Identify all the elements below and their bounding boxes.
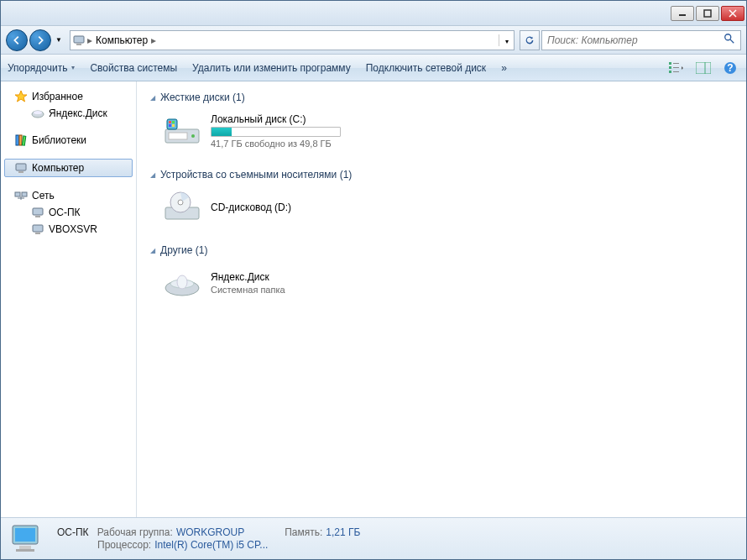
svg-rect-40 [172,124,175,127]
sidebar-item-label: VBOXSVR [49,223,97,235]
status-memory-value: 1,21 ГБ [326,526,360,538]
breadcrumb[interactable]: Компьютер ▸ [92,34,499,46]
sidebar-item-libraries[interactable]: Библиотеки [1,132,136,149]
details-pane: ОС-ПК Рабочая группа: WORKGROUP Память: … [1,517,746,559]
map-network-drive-button[interactable]: Подключить сетевой диск [366,62,486,74]
svg-rect-1 [704,10,711,17]
svg-rect-38 [172,121,175,123]
minimize-button[interactable] [671,6,694,21]
sidebar-item-network[interactable]: Сеть [1,187,136,204]
favorites-icon [14,90,28,103]
computer-icon [71,34,87,47]
search-box[interactable] [541,30,741,50]
svg-rect-23 [16,164,26,170]
sidebar-item-label: Сеть [32,190,55,201]
sidebar-item-label: Библиотеки [32,134,86,146]
cd-drive-icon [162,191,202,224]
svg-rect-11 [673,67,679,68]
forward-button[interactable] [29,29,51,51]
preview-pane-button[interactable] [694,59,713,77]
svg-rect-21 [19,135,22,145]
svg-rect-13 [673,71,679,72]
toolbar: Упорядочить Свойства системы Удалить или… [1,55,746,81]
chevron-right-icon: ▸ [151,34,156,46]
network-computer-icon [31,206,44,219]
uninstall-program-button[interactable]: Удалить или изменить программу [192,62,351,74]
explorer-body: Избранное Яндекс.Диск Библиотеки Компьют… [1,81,746,517]
drive-item-yandex-disk[interactable]: Яндекс.Диск Системная папка [159,263,733,303]
navbar: ▼ ▸ Компьютер ▸ ▾ [1,26,746,55]
svg-line-7 [730,39,734,43]
svg-rect-24 [18,171,24,173]
yandex-disk-icon [31,107,44,120]
drive-item-cd-d[interactable]: CD-дисковод (D:) [159,187,733,228]
nav-history-dropdown[interactable]: ▼ [53,32,65,49]
status-workgroup-value: WORKGROUP [176,526,244,538]
sidebar-item-computer[interactable]: Компьютер [4,159,133,177]
address-dropdown[interactable]: ▾ [499,34,514,46]
content-area: Жесткие диски (1) Локальный диск (C:) 41… [137,81,746,517]
svg-rect-5 [76,44,81,45]
drive-subtitle: Системная папка [211,285,285,295]
maximize-button[interactable] [696,6,719,21]
explorer-window: ▼ ▸ Компьютер ▸ ▾ Упорядочить Свойства с… [0,0,747,560]
svg-rect-30 [35,216,40,217]
svg-rect-4 [74,36,84,43]
organize-button[interactable]: Упорядочить [8,62,75,74]
group-header-hdd[interactable]: Жесткие диски (1) [150,92,733,103]
toolbar-overflow-button[interactable]: » [501,62,507,74]
svg-rect-8 [669,62,671,65]
svg-rect-39 [169,124,171,127]
system-properties-button[interactable]: Свойства системы [90,62,177,74]
close-button[interactable] [721,6,744,21]
chevron-right-icon: ▸ [87,34,92,46]
status-processor-label: Процессор: [97,539,151,551]
help-button[interactable]: ? [721,59,739,77]
svg-point-46 [177,275,187,289]
svg-rect-9 [673,63,679,64]
sidebar-item-network-vboxsvr[interactable]: VBOXSVR [1,221,136,238]
back-button[interactable] [6,29,28,51]
svg-rect-20 [16,135,18,145]
computer-icon [14,161,28,175]
breadcrumb-item[interactable]: Компьютер [96,34,148,46]
group-header-removable[interactable]: Устройства со съемными носителями (1) [150,169,733,181]
sidebar-item-label: ОС-ПК [49,207,81,218]
group-header-other[interactable]: Другие (1) [150,244,733,256]
svg-point-19 [34,111,42,114]
sidebar-item-favorites[interactable]: Избранное [1,88,136,105]
svg-rect-14 [696,62,711,74]
yandex-disk-icon [162,266,202,300]
svg-rect-10 [669,66,671,69]
view-options-button[interactable] [667,59,686,77]
status-computer-name: ОС-ПК [57,526,89,538]
svg-point-6 [725,34,731,40]
svg-rect-50 [16,549,34,552]
titlebar [1,1,746,26]
sidebar-item-label: Избранное [32,91,83,102]
sidebar-item-yandex-disk[interactable]: Яндекс.Диск [1,105,136,122]
drive-item-local-c[interactable]: Локальный диск (C:) 41,7 ГБ свободно из … [159,110,733,152]
svg-rect-48 [15,528,35,542]
drive-free-space: 41,7 ГБ свободно из 49,8 ГБ [211,139,341,149]
sidebar-item-network-ospk[interactable]: ОС-ПК [1,204,136,221]
svg-rect-22 [22,136,26,145]
svg-rect-29 [33,208,43,215]
network-icon [14,189,28,202]
drive-usage-bar [211,127,341,137]
address-bar[interactable]: ▸ Компьютер ▸ ▾ [70,30,515,50]
drive-label: CD-дисковод (D:) [211,201,291,213]
refresh-button[interactable] [520,30,540,50]
svg-text:?: ? [727,62,733,74]
status-workgroup-label: Рабочая группа: [97,526,173,538]
libraries-icon [14,133,28,147]
window-buttons [671,6,744,21]
svg-rect-34 [169,133,187,139]
svg-rect-25 [15,192,20,196]
svg-rect-49 [19,546,31,549]
search-icon[interactable] [723,33,735,47]
svg-point-35 [191,134,195,138]
computer-icon [9,522,47,556]
status-memory-label: Память: [285,526,322,538]
search-input[interactable] [547,34,723,46]
